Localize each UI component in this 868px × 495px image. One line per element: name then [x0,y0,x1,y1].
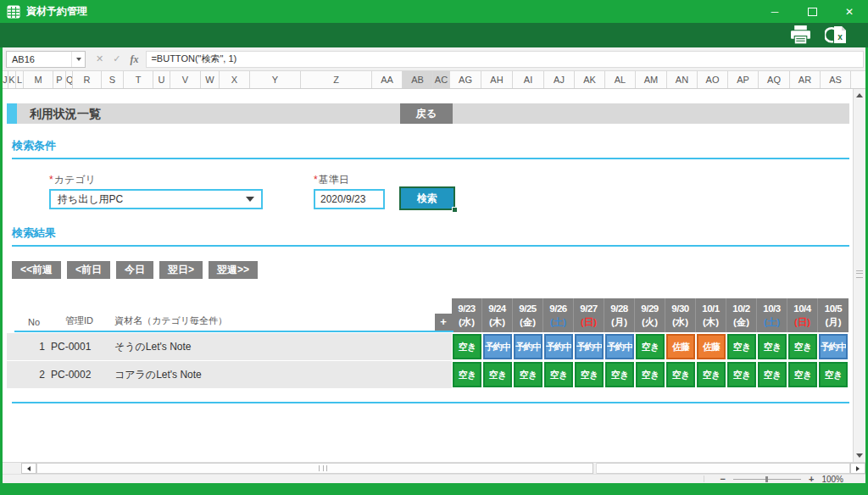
week-nav-button[interactable]: 翌週>> [209,261,258,279]
scroll-down-arrow[interactable] [854,449,865,462]
column-header-M[interactable]: M [24,71,53,88]
status-cell[interactable]: 空き [788,334,817,359]
status-cell[interactable]: 予約中 [605,334,634,359]
status-cell[interactable]: 空き [453,334,481,359]
column-header-AC[interactable]: AC [433,71,450,88]
status-cell[interactable]: 空き [575,362,604,387]
column-header-AQ[interactable]: AQ [759,71,790,88]
status-cell[interactable]: 予約中 [819,334,848,359]
formula-input[interactable]: =BUTTON("検索", 1) [146,51,864,68]
column-header-U[interactable]: U [153,71,170,88]
zoom-out-button[interactable]: − [721,475,726,483]
column-header-R[interactable]: R [73,71,102,88]
column-header-Q[interactable]: Q [66,71,73,88]
date-header-cell: 9/27(日) [574,298,604,332]
status-cell[interactable]: 空き [727,362,756,387]
status-cell[interactable]: 予約中 [514,334,542,359]
status-cell[interactable]: 佐藤 [666,334,695,359]
scroll-left-arrow[interactable] [21,463,36,474]
enter-icon[interactable]: ✓ [113,54,120,64]
column-header-Z[interactable]: Z [301,71,372,88]
day-of-week-label: (土) [543,315,573,329]
column-header-J[interactable]: J [3,71,8,88]
column-header-S[interactable]: S [102,71,124,88]
excel-export-icon[interactable]: x [825,25,848,46]
column-header-AN[interactable]: AN [667,71,698,88]
day-of-week-label: (木) [696,315,726,329]
status-cell[interactable]: 空き [697,362,726,387]
hscroll-track[interactable] [36,463,850,474]
status-cell[interactable]: 空き [514,362,542,387]
status-cell[interactable]: 空き [758,334,787,359]
column-header-AI[interactable]: AI [513,71,544,88]
column-header-AP[interactable]: AP [728,71,759,88]
base-date-input[interactable]: 2020/9/23 [314,189,385,209]
column-header-L[interactable]: L [16,71,24,88]
zoom-in-button[interactable]: + [809,475,814,483]
column-header-AA[interactable]: AA [372,71,403,88]
week-nav-button[interactable]: 今日 [116,261,153,279]
status-cell[interactable]: 佐藤 [697,334,726,359]
print-icon[interactable] [790,25,811,45]
column-header-V[interactable]: V [170,71,201,88]
formula-bar-icons: ✕ ✓ fx [96,54,138,64]
scroll-up-arrow[interactable] [854,89,865,102]
minimize-button[interactable]: ─ [756,0,793,23]
status-cell[interactable]: 空き [788,362,817,387]
column-header-AB[interactable]: AB [403,71,433,88]
week-nav-button[interactable]: 翌日> [159,261,203,279]
column-header-AS[interactable]: AS [821,71,851,88]
status-cell[interactable]: 空き [636,334,665,359]
pane-split-divider[interactable] [593,463,597,474]
column-header-K[interactable]: K [8,71,16,88]
status-cell[interactable]: 空き [727,334,756,359]
status-cell[interactable]: 空き [605,362,634,387]
status-cell[interactable]: 空き [666,362,695,387]
name-box-dropdown-icon[interactable] [71,52,85,67]
column-header-AH[interactable]: AH [481,71,513,88]
column-header-AL[interactable]: AL [605,71,636,88]
name-box[interactable]: AB16 [6,51,86,68]
hscroll-grip[interactable] [319,465,327,471]
column-header-W[interactable]: W [201,71,220,88]
column-header-AK[interactable]: AK [575,71,605,88]
back-button[interactable]: 戻る [400,103,453,124]
column-header-T[interactable]: T [124,71,153,88]
function-icon[interactable]: fx [130,54,138,64]
column-header-AM[interactable]: AM [636,71,667,88]
zoom-slider[interactable] [733,479,801,480]
status-cell[interactable]: 空き [758,362,787,387]
scroll-right-arrow[interactable] [850,463,865,474]
column-header-Y[interactable]: Y [250,71,301,88]
status-cell[interactable]: 空き [453,362,481,387]
week-nav-button[interactable]: <<前週 [12,261,61,279]
day-of-week-label: (金) [513,315,542,329]
search-button[interactable]: 検索 [399,186,455,210]
status-cell[interactable]: 空き [819,362,848,387]
column-header-AO[interactable]: AO [698,71,728,88]
column-header-AJ[interactable]: AJ [544,71,575,88]
add-button[interactable]: + [435,314,452,331]
status-cell[interactable]: 空き [636,362,665,387]
status-cell[interactable]: 予約中 [544,334,573,359]
category-select[interactable]: 持ち出し用PC [49,189,263,209]
status-cell[interactable]: 空き [483,362,512,387]
horizontal-scrollbar[interactable] [3,462,865,474]
vertical-scrollbar[interactable] [853,89,865,462]
zoom-slider-thumb[interactable] [765,476,768,482]
status-cell[interactable]: 予約中 [575,334,604,359]
vscroll-grip[interactable] [856,270,863,278]
week-nav-button[interactable]: <前日 [67,261,110,279]
column-header-AG[interactable]: AG [450,71,481,88]
zoom-level: 100% [821,475,843,484]
column-header-AR[interactable]: AR [790,71,821,88]
status-cell[interactable]: 予約中 [483,334,512,359]
maximize-button[interactable] [793,0,831,23]
status-cell[interactable]: 空き [544,362,573,387]
cancel-icon[interactable]: ✕ [96,54,103,64]
column-header-X[interactable]: X [220,71,250,88]
column-header-P[interactable]: P [53,71,66,88]
close-button[interactable]: ✕ [831,0,868,23]
app-window: 資材予約管理 ─ ✕ x [0,0,868,495]
window-controls: ─ ✕ [756,0,868,23]
